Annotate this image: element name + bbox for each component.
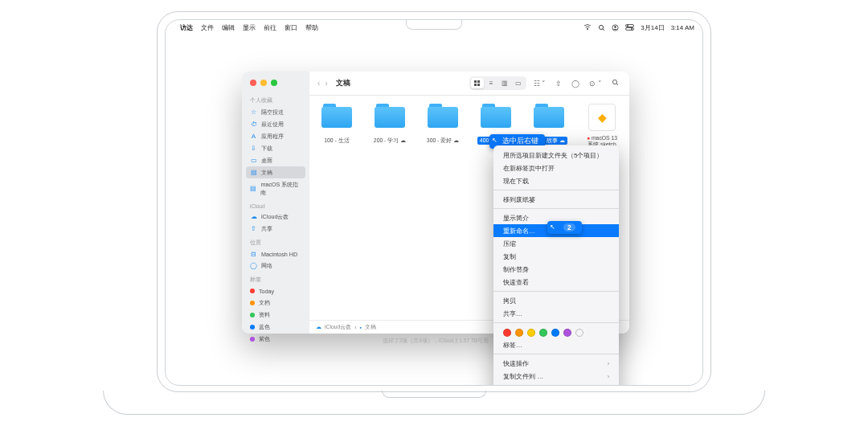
search-icon[interactable]: [598, 24, 605, 31]
sidebar-item[interactable]: ◯网络: [242, 260, 309, 272]
context-menu-item[interactable]: 快速查看: [493, 276, 619, 289]
tag-color[interactable]: [515, 329, 523, 337]
sidebar-item[interactable]: 蓝色: [242, 321, 309, 333]
view-gallery-button[interactable]: ▭: [512, 78, 525, 88]
svg-point-1: [600, 25, 604, 29]
sidebar-item-label: 文稿: [261, 169, 272, 177]
sidebar-item[interactable]: ☁iCloud云盘: [242, 211, 309, 223]
menu-separator: [493, 291, 619, 292]
tag-button[interactable]: ◯: [569, 80, 582, 88]
svg-rect-10: [477, 80, 480, 83]
sidebar-item-icon: ◯: [250, 262, 257, 269]
sidebar-item-label: 蓝色: [259, 323, 270, 331]
context-menu-item[interactable]: 移动文件到 …›: [493, 383, 619, 386]
context-menu-item[interactable]: 在新标签页中打开: [493, 162, 619, 174]
folder-item[interactable]: 300 - 爱好 ☁︎: [422, 104, 464, 145]
sidebar-item[interactable]: ⇩下载: [242, 142, 309, 154]
folder-icon: [321, 104, 352, 128]
menu-separator: [493, 354, 619, 354]
svg-line-2: [603, 29, 604, 31]
context-menu-item[interactable]: 复制: [493, 250, 619, 263]
context-menu-item[interactable]: 制作替身: [493, 263, 619, 276]
tag-color[interactable]: [539, 329, 547, 337]
user-icon[interactable]: [612, 24, 619, 31]
sidebar-item-label: 共享: [261, 225, 272, 233]
back-button[interactable]: ‹: [317, 79, 320, 88]
app-menu[interactable]: 访达: [180, 23, 193, 32]
menubar-date[interactable]: 3月14日: [641, 23, 664, 32]
menubar-time[interactable]: 3:14 AM: [671, 24, 694, 31]
context-menu-item[interactable]: 拷贝: [493, 294, 619, 307]
svg-point-0: [587, 29, 588, 31]
context-menu-item[interactable]: 快速操作›: [493, 357, 619, 370]
file-item[interactable]: ● macOS 13 系统.sketch: [581, 104, 623, 149]
context-menu-item[interactable]: 移到废纸篓: [493, 193, 619, 206]
sidebar-item[interactable]: ▤文稿: [246, 166, 305, 178]
menu-help[interactable]: 帮助: [305, 23, 318, 32]
svg-rect-11: [474, 84, 477, 86]
minimize-button[interactable]: [260, 80, 267, 86]
menu-file[interactable]: 文件: [201, 23, 214, 32]
sidebar-item[interactable]: Today: [242, 285, 309, 297]
svg-point-4: [615, 26, 616, 27]
sidebar-item-label: 桌面: [261, 157, 272, 165]
view-column-button[interactable]: ▥: [498, 78, 511, 88]
forward-button[interactable]: ›: [325, 79, 327, 88]
sidebar-item-icon: ⇧: [250, 225, 257, 232]
context-menu-item[interactable]: 现在下载: [493, 174, 619, 187]
sidebar-item[interactable]: ▭桌面: [242, 154, 309, 166]
folder-item[interactable]: 100 - 生活: [316, 104, 358, 145]
context-menu-item[interactable]: 压缩: [493, 237, 619, 250]
group-by-button[interactable]: ☷ ˅: [531, 80, 549, 88]
sidebar-item[interactable]: ▤macOS 系统指南: [242, 178, 309, 199]
sidebar-item[interactable]: A应用程序: [242, 130, 309, 142]
svg-line-14: [616, 84, 618, 85]
path-root[interactable]: iCloud云盘: [325, 323, 351, 331]
svg-point-13: [612, 80, 616, 84]
tag-color[interactable]: [503, 329, 511, 337]
view-icon-button[interactable]: [471, 78, 484, 88]
folder-item[interactable]: 200 - 学习 ☁︎: [369, 104, 411, 145]
action-button[interactable]: ⊙ ˅: [587, 80, 604, 88]
path-folder-icon: ▪: [360, 325, 362, 330]
tag-dot-icon: [250, 313, 255, 317]
menu-edit[interactable]: 编辑: [222, 23, 235, 32]
sidebar-item[interactable]: ☆隔空投送: [242, 106, 309, 118]
path-current[interactable]: 文稿: [365, 323, 376, 331]
sidebar-item[interactable]: ⇧共享: [242, 223, 309, 235]
share-button[interactable]: ⇧: [553, 80, 564, 88]
sidebar-head-icloud: iCloud: [242, 202, 309, 211]
sidebar-item[interactable]: ⊟Macintosh HD: [242, 248, 309, 260]
wifi-icon[interactable]: [583, 24, 592, 31]
tag-color[interactable]: [527, 329, 535, 337]
sidebar-item[interactable]: ⏱最近使用: [242, 118, 309, 130]
context-menu-item[interactable]: 复制文件到 …›: [493, 370, 619, 383]
tag-color[interactable]: [563, 329, 571, 337]
menu-go[interactable]: 前往: [264, 23, 276, 32]
svg-rect-12: [477, 84, 480, 86]
close-button[interactable]: [250, 80, 256, 86]
control-center-icon[interactable]: [625, 24, 634, 31]
context-menu-item[interactable]: 共享…: [493, 307, 619, 320]
search-button[interactable]: [609, 79, 621, 88]
tag-color[interactable]: [575, 329, 583, 337]
window-title: 文稿: [336, 78, 350, 88]
sidebar-item[interactable]: 文档: [242, 297, 309, 309]
menu-view[interactable]: 显示: [243, 23, 256, 32]
sidebar-item-label: Today: [259, 288, 274, 295]
tag-dot-icon: [250, 301, 255, 305]
sidebar-item[interactable]: 资料: [242, 309, 309, 321]
sidebar-item-label: 网络: [261, 262, 272, 270]
chevron-right-icon: ›: [608, 361, 609, 366]
context-menu-item[interactable]: 用所选项目新建文件夹（5个项目）: [493, 149, 619, 162]
sidebar-item-label: 下载: [261, 145, 272, 153]
view-list-button[interactable]: ≡: [485, 78, 497, 88]
maximize-button[interactable]: [271, 80, 277, 86]
tag-color[interactable]: [551, 329, 559, 337]
sidebar-item-icon: ▤: [250, 185, 256, 192]
folder-name: 300 - 爱好 ☁︎: [424, 137, 461, 145]
menu-window[interactable]: 窗口: [285, 23, 297, 32]
context-menu-item[interactable]: 标签…: [493, 338, 619, 351]
svg-rect-5: [626, 25, 634, 27]
sidebar-item-icon: ▭: [250, 157, 257, 164]
